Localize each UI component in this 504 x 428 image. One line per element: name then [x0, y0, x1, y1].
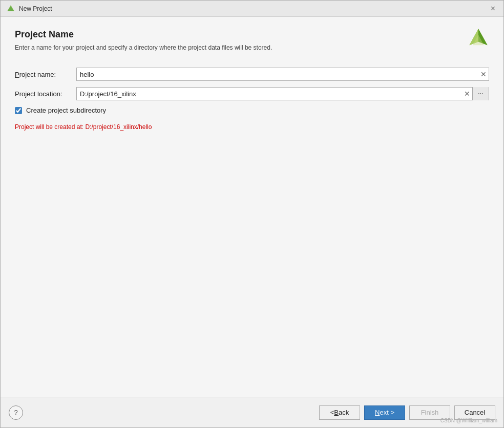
project-name-input[interactable] [77, 68, 478, 80]
title-bar: New Project × [1, 1, 503, 17]
project-location-browse-button[interactable]: ⋯ [472, 87, 489, 100]
svg-marker-1 [8, 6, 14, 11]
project-path-info: Project will be created at: D:/project/1… [15, 123, 489, 131]
project-name-row: Project name: ✕ [15, 68, 489, 81]
form-section: Project name: ✕ Project location: ✕ ⋯ [15, 68, 489, 131]
logo-area [468, 27, 489, 50]
project-location-row: Project location: ✕ ⋯ [15, 87, 489, 100]
back-button[interactable]: < Back [319, 405, 360, 420]
project-name-label: Project name: [15, 71, 76, 78]
create-subdir-row: Create project subdirectory [15, 106, 489, 114]
help-button[interactable]: ? [9, 405, 23, 420]
footer-area: ? < Back Next > Finish Cancel [1, 397, 503, 427]
page-title: Project Name [15, 29, 489, 40]
project-name-input-wrapper: ✕ [76, 68, 489, 81]
xilinx-logo [468, 27, 489, 49]
project-location-clear-button[interactable]: ✕ [462, 89, 472, 99]
content-area: Project Name Enter a name for your proje… [1, 17, 503, 397]
watermark: CSDN @Willliam_william [440, 418, 497, 423]
footer-left: ? [9, 405, 23, 420]
project-name-clear-button[interactable]: ✕ [478, 69, 489, 79]
project-location-label: Project location: [15, 90, 76, 98]
title-bar-left: New Project [7, 5, 52, 13]
project-location-input-wrapper: ✕ ⋯ [76, 87, 489, 100]
app-icon [7, 5, 15, 13]
next-button[interactable]: Next > [364, 405, 405, 420]
page-description: Enter a name for your project and specif… [15, 44, 332, 51]
dialog-title: New Project [19, 5, 52, 12]
close-button[interactable]: × [489, 4, 497, 14]
create-subdir-label[interactable]: Create project subdirectory [26, 106, 106, 114]
create-subdir-checkbox[interactable] [15, 107, 22, 114]
project-location-input[interactable] [77, 88, 462, 100]
new-project-dialog: New Project × Project Name Enter a name … [0, 0, 504, 428]
